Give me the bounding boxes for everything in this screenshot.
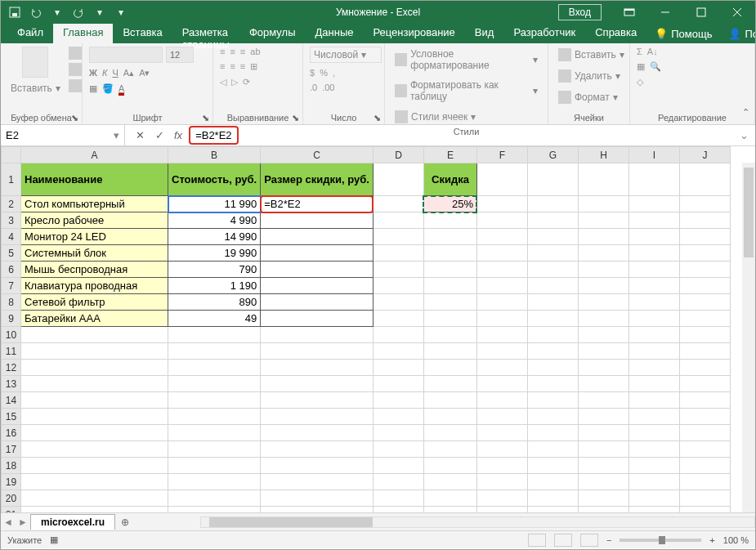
cell[interactable] [527,490,578,507]
cell[interactable] [629,262,679,278]
dialog-launcher-icon[interactable]: ⬊ [292,113,299,123]
cell[interactable] [629,360,679,376]
enter-formula-icon[interactable]: ✓ [150,129,169,141]
percent-icon[interactable]: % [320,68,328,78]
macro-record-icon[interactable]: ▦ [50,534,58,545]
login-button[interactable]: Вход [558,4,602,20]
cell[interactable] [21,490,168,507]
autosum-icon[interactable]: Σ [637,47,642,56]
cell[interactable] [476,474,527,490]
indent-inc-icon[interactable]: ▷ [231,77,238,87]
normal-view-button[interactable] [528,534,546,547]
row-header[interactable]: 15 [2,409,21,425]
cell[interactable] [629,425,679,441]
cell[interactable] [476,262,527,278]
row-header[interactable]: 19 [2,474,21,490]
cell[interactable] [476,212,527,229]
row-header[interactable]: 5 [2,245,21,262]
cell[interactable] [578,196,629,212]
cell[interactable] [679,212,730,229]
cell[interactable] [679,490,730,507]
sort-filter-icon[interactable]: A↓ [647,47,658,56]
row-header[interactable]: 16 [2,425,21,441]
cell[interactable] [527,474,578,490]
row-header[interactable]: 20 [2,490,21,507]
tab-review[interactable]: Рецензирование [363,24,464,43]
cell[interactable] [629,376,679,392]
zoom-slider[interactable] [620,539,701,542]
zoom-in-button[interactable]: + [709,535,714,545]
cell[interactable] [168,425,261,441]
cell[interactable] [527,409,578,425]
cell[interactable] [373,425,423,441]
cell[interactable] [679,278,730,294]
cell-name[interactable]: Стол компьютерный [21,196,168,212]
cell[interactable] [527,245,578,262]
currency-icon[interactable]: $ [310,68,315,78]
close-button[interactable] [719,1,755,24]
row-header[interactable]: 2 [2,196,21,212]
cell[interactable] [578,245,629,262]
cell[interactable] [168,327,261,343]
cell[interactable] [476,425,527,441]
format-cells-button[interactable]: Формат ▾ [555,89,621,105]
cell[interactable] [168,376,261,392]
cell[interactable] [373,458,423,474]
cell[interactable] [629,294,679,311]
cell[interactable] [527,262,578,278]
cell[interactable] [423,327,476,343]
cell[interactable] [527,376,578,392]
cell[interactable] [527,294,578,311]
cell[interactable] [578,458,629,474]
cell[interactable] [578,507,629,513]
cell[interactable] [578,360,629,376]
delete-cells-button[interactable]: Удалить ▾ [555,68,624,84]
cell[interactable] [423,311,476,327]
find-select-icon[interactable]: 🔍 [650,61,661,72]
col-header[interactable]: E [423,147,476,163]
cell[interactable] [476,196,527,212]
cell[interactable] [261,376,374,392]
row-header[interactable]: 10 [2,327,21,343]
qat-dropdown-icon[interactable]: ▾ [91,3,109,21]
cell[interactable] [578,262,629,278]
scrollbar-thumb[interactable] [209,517,373,527]
cell[interactable] [423,441,476,458]
cell[interactable] [527,196,578,212]
cell[interactable] [168,474,261,490]
new-sheet-button[interactable]: ⊕ [115,516,135,528]
cell[interactable] [629,409,679,425]
inc-decimal-icon[interactable]: .0 [310,83,317,92]
cell[interactable] [423,229,476,245]
cut-icon[interactable] [69,47,82,60]
cell[interactable] [679,294,730,311]
cell-name[interactable]: Батарейки AAA [21,311,168,327]
cancel-formula-icon[interactable]: ✕ [130,129,150,141]
cell[interactable] [578,409,629,425]
cell[interactable] [476,458,527,474]
cell[interactable] [373,196,423,212]
cell[interactable] [261,392,374,409]
align-center-icon[interactable]: ≡ [230,61,235,72]
cell[interactable] [629,458,679,474]
cell[interactable] [476,392,527,409]
header-cell[interactable]: Наименование [21,163,168,196]
row-header[interactable]: 9 [2,311,21,327]
cell[interactable] [679,409,730,425]
borders-icon[interactable]: ▦ [89,83,97,94]
cell[interactable] [423,278,476,294]
cell[interactable] [373,245,423,262]
cell[interactable] [423,392,476,409]
cell[interactable] [168,343,261,360]
cell[interactable] [373,474,423,490]
cell[interactable] [261,441,374,458]
tab-insert[interactable]: Вставка [113,24,172,43]
sheet-nav-next-icon[interactable]: ► [16,516,30,528]
tell-me[interactable]: 💡Помощь [646,24,720,43]
tab-layout[interactable]: Разметка страницы [172,24,239,43]
share-button[interactable]: 👤Поделиться [720,24,756,43]
cell-name[interactable]: Сетевой фильтр [21,294,168,311]
align-mid-icon[interactable]: ≡ [230,47,235,56]
cell[interactable] [423,212,476,229]
cell[interactable] [578,392,629,409]
